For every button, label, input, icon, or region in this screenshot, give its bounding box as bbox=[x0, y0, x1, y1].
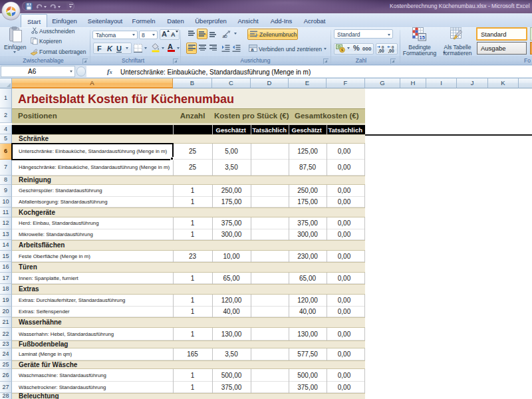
svg-text:,00: ,00 bbox=[388, 49, 394, 53]
svg-text:,00: ,00 bbox=[378, 49, 384, 53]
svg-text:ab: ab bbox=[223, 34, 228, 39]
svg-text:a: a bbox=[251, 47, 253, 52]
svg-text:15: 15 bbox=[420, 35, 425, 41]
